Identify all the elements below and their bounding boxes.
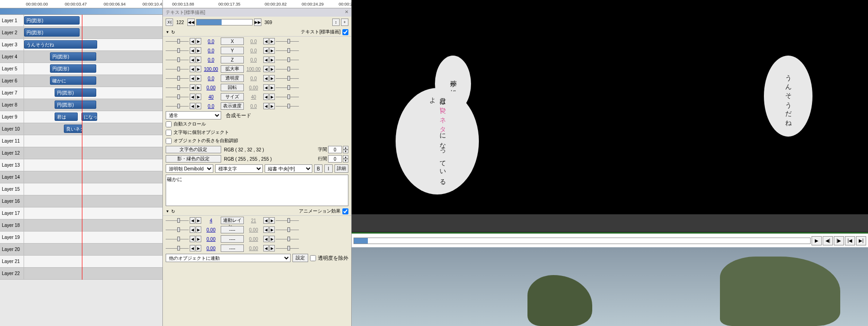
increment-icon[interactable]: ▶ bbox=[196, 47, 201, 54]
param-label-button[interactable]: Z bbox=[221, 56, 244, 63]
decrement-icon[interactable]: ◀ bbox=[263, 38, 269, 44]
timeline-clip[interactable]: 円(図形) bbox=[50, 52, 96, 61]
increment-icon[interactable]: ▶ bbox=[196, 226, 201, 233]
timeline-clip[interactable]: 円(図形) bbox=[24, 28, 80, 37]
split-icon[interactable]: 刈 bbox=[166, 19, 173, 26]
timeline-clip[interactable]: 良いネタ bbox=[64, 125, 82, 133]
anim-type-select[interactable]: 他のオブジェクトに連動 bbox=[166, 254, 291, 262]
param-value-right[interactable]: 0.00 bbox=[245, 246, 262, 251]
param-value-left[interactable]: 0.0 bbox=[202, 39, 220, 44]
increment-icon[interactable]: ▶ bbox=[196, 75, 201, 82]
param-value-right[interactable]: 0.0 bbox=[245, 104, 262, 109]
option-checkbox[interactable] bbox=[166, 138, 172, 144]
param-value-right[interactable]: 0.0 bbox=[245, 39, 262, 44]
increment-icon[interactable]: ▶ bbox=[196, 217, 201, 224]
decrement-icon[interactable]: ◀ bbox=[190, 38, 195, 44]
param-slider[interactable] bbox=[276, 56, 299, 63]
param-slider[interactable] bbox=[166, 236, 189, 242]
add-icon[interactable]: + bbox=[341, 19, 348, 26]
italic-button[interactable]: I bbox=[324, 164, 333, 173]
font-select[interactable]: 游明朝 Demibold bbox=[166, 164, 213, 173]
spin-up-icon[interactable]: ▲ bbox=[343, 146, 348, 150]
detail-button[interactable]: 詳細 bbox=[335, 164, 348, 173]
param-slider[interactable] bbox=[276, 84, 299, 91]
frame-slider[interactable] bbox=[196, 19, 253, 25]
text-content-input[interactable]: 確かに bbox=[166, 175, 348, 206]
increment-icon[interactable]: ▶ bbox=[269, 66, 275, 72]
layer-row[interactable]: Layer 20 bbox=[0, 244, 162, 256]
section-enable-checkbox[interactable] bbox=[342, 208, 348, 214]
decrement-icon[interactable]: ◀ bbox=[190, 103, 195, 109]
seek-bar[interactable] bbox=[353, 238, 811, 244]
decrement-icon[interactable]: ◀ bbox=[190, 75, 195, 82]
spin-up-icon[interactable]: ▲ bbox=[343, 155, 348, 159]
param-slider[interactable] bbox=[166, 66, 189, 72]
exclude-alpha-checkbox[interactable] bbox=[310, 255, 316, 261]
move-up-icon[interactable]: ↕ bbox=[332, 19, 340, 26]
layer-label[interactable]: Layer 6 bbox=[0, 75, 24, 87]
layer-label[interactable]: Layer 1 bbox=[0, 15, 24, 26]
layer-row[interactable]: Layer 11 bbox=[0, 135, 162, 147]
layer-label[interactable]: Layer 13 bbox=[0, 159, 24, 171]
decrement-icon[interactable]: ◀ bbox=[263, 226, 269, 233]
decrement-icon[interactable]: ◀ bbox=[190, 236, 195, 242]
increment-icon[interactable]: ▶ bbox=[196, 94, 201, 100]
layer-row[interactable]: Layer 13 bbox=[0, 159, 162, 171]
layer-row[interactable]: Layer 12 bbox=[0, 147, 162, 159]
layer-label[interactable]: Layer 5 bbox=[0, 63, 24, 75]
layer-label[interactable]: Layer 8 bbox=[0, 99, 24, 111]
param-slider[interactable] bbox=[166, 94, 189, 100]
increment-icon[interactable]: ▶ bbox=[196, 84, 201, 91]
timeline-clip[interactable]: 円(図形) bbox=[50, 64, 96, 73]
param-value-right[interactable]: 0.0 bbox=[245, 48, 262, 53]
increment-icon[interactable]: ▶ bbox=[196, 245, 201, 251]
increment-icon[interactable]: ▶ bbox=[269, 84, 275, 91]
spin-down-icon[interactable]: ▼ bbox=[343, 159, 348, 163]
decrement-icon[interactable]: ◀ bbox=[263, 84, 269, 91]
param-slider[interactable] bbox=[166, 217, 189, 224]
param-slider[interactable] bbox=[276, 47, 299, 54]
play-button[interactable]: ▶ bbox=[812, 236, 822, 245]
increment-icon[interactable]: ▶ bbox=[269, 103, 275, 109]
param-value-left[interactable]: 0.00 bbox=[202, 227, 220, 232]
layer-label[interactable]: Layer 19 bbox=[0, 232, 24, 243]
param-value-right[interactable]: 0.00 bbox=[245, 85, 262, 90]
layer-row[interactable]: Layer 8円(図形) bbox=[0, 99, 162, 111]
layer-label[interactable]: Layer 3 bbox=[0, 39, 24, 50]
timeline-clip[interactable]: うんそうだね bbox=[24, 40, 97, 49]
option-checkbox[interactable] bbox=[166, 121, 172, 127]
step-fwd-button[interactable]: |▶ bbox=[834, 236, 844, 245]
param-slider[interactable] bbox=[276, 94, 299, 100]
layer-row[interactable]: Layer 15 bbox=[0, 183, 162, 195]
increment-icon[interactable]: ▶ bbox=[196, 103, 201, 109]
param-value-left[interactable]: 100.00 bbox=[202, 67, 220, 72]
decrement-icon[interactable]: ◀ bbox=[263, 66, 269, 72]
param-value-left[interactable]: 0.00 bbox=[202, 237, 220, 242]
param-value-left[interactable]: 4 bbox=[202, 218, 220, 223]
timeline-clip[interactable]: 円(図形) bbox=[55, 100, 96, 109]
timeline-clip[interactable]: 円(図形) bbox=[24, 16, 80, 25]
increment-icon[interactable]: ▶ bbox=[196, 38, 201, 44]
param-slider[interactable] bbox=[166, 84, 189, 91]
layer-label[interactable]: Layer 11 bbox=[0, 135, 24, 147]
param-label-button[interactable]: ---- bbox=[221, 226, 244, 233]
param-value-right[interactable]: 0.00 bbox=[245, 237, 262, 242]
layer-row[interactable]: Layer 16 bbox=[0, 195, 162, 207]
layer-row[interactable]: Layer 4円(図形) bbox=[0, 51, 162, 63]
param-label-button[interactable]: ---- bbox=[221, 235, 244, 243]
layer-label[interactable]: Layer 18 bbox=[0, 219, 24, 231]
layer-row[interactable]: Layer 14 bbox=[0, 171, 162, 183]
line-spacing-input[interactable] bbox=[328, 155, 342, 163]
jump-start-button[interactable]: |◀ bbox=[845, 236, 855, 245]
spin-down-icon[interactable]: ▼ bbox=[343, 150, 348, 153]
layer-row[interactable]: Layer 6確かに bbox=[0, 75, 162, 87]
layer-label[interactable]: Layer 20 bbox=[0, 244, 24, 255]
increment-icon[interactable]: ▶ bbox=[269, 56, 275, 63]
param-value-right[interactable]: 100.00 bbox=[245, 67, 262, 72]
text-color-button[interactable]: 文字色の設定 bbox=[166, 146, 221, 153]
next-frame-icon[interactable]: ▶▶ bbox=[254, 19, 261, 26]
increment-icon[interactable]: ▶ bbox=[196, 56, 201, 63]
timeline-ruler[interactable]: 00:00:00.00 00:00:03.47 00:00:06.94 00:0… bbox=[0, 0, 162, 8]
bold-button[interactable]: B bbox=[314, 164, 322, 173]
option-checkbox[interactable] bbox=[166, 130, 172, 136]
